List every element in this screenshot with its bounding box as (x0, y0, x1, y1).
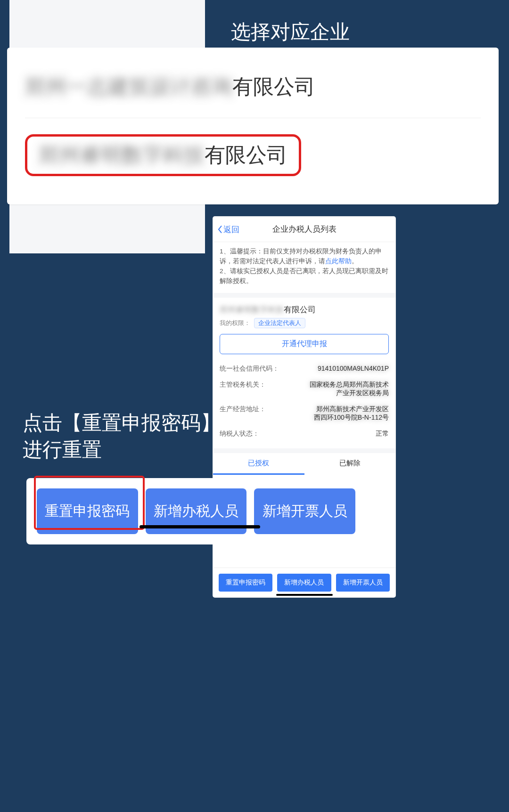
phone-header: 返回 企业办税人员列表 (213, 217, 395, 242)
phone-title: 企业办税人员列表 (272, 224, 337, 235)
permission-tag: 企业法定代表人 (254, 318, 305, 328)
company-name-blurred: 郑州睿明数字科技 (220, 305, 284, 314)
annotation-reset-password: 点击【重置申报密码】 进行重置 (23, 410, 221, 463)
tab-authorized[interactable]: 已授权 (213, 453, 304, 475)
company-name-row: 郑州睿明数字科技有限公司 (220, 304, 389, 315)
annotation-mid-line2: 进行重置 (23, 437, 221, 463)
notice-help-link[interactable]: 点此帮助 (325, 258, 352, 265)
enlarged-buttons-card: 重置申报密码 新增办税人员 新增开票人员 (26, 478, 366, 544)
credit-code-label: 统一社会信用代码： (220, 365, 279, 373)
notice-line2: 2、请核实已授权人员是否已离职，若人员现已离职需及时解除授权。 (220, 268, 388, 284)
company-list-item-1[interactable]: 郑州一志建筑设计咨询有限公司 (25, 62, 481, 118)
home-indicator-big-icon (140, 525, 260, 528)
company-2-suffix: 有限公司 (205, 143, 287, 166)
phone-add-tax-person-button[interactable]: 新增办税人员 (277, 574, 331, 592)
notice-block: 1、温馨提示：目前仅支持对办税权限为财务负责人的申诉，若需对法定代表人进行申诉，… (213, 242, 395, 298)
company-1-blurred-prefix: 郑州一志建筑设计咨询 (25, 75, 232, 98)
permission-row: 我的权限： 企业法定代表人 (220, 318, 389, 328)
tab-removed[interactable]: 已解除 (304, 453, 396, 475)
company-detail-block: 郑州睿明数字科技有限公司 我的权限： 企业法定代表人 开通代理申报 统一社会信用… (213, 298, 395, 453)
credit-code-value-blurred: 91410100MA9LN4K01P (318, 365, 389, 373)
back-label: 返回 (223, 224, 239, 235)
company-1-suffix: 有限公司 (232, 75, 315, 98)
company-name-suffix: 有限公司 (284, 305, 316, 314)
address-value-blurred: 郑州高新技术产业开发区西四环100号院B-N-112号 (314, 405, 389, 422)
address-label: 生产经营地址： (220, 405, 266, 422)
tabs: 已授权 已解除 (213, 453, 395, 475)
tax-authority-row: 主管税务机关： 国家税务总局郑州高新技术产业开发区税务局 (220, 377, 389, 401)
company-2-highlight-box: 郑州睿明数字科技有限公司 (25, 134, 301, 176)
phone-add-invoice-person-button[interactable]: 新增开票人员 (336, 574, 390, 592)
address-row: 生产经营地址： 郑州高新技术产业开发区西四环100号院B-N-112号 (220, 401, 389, 426)
status-label: 纳税人状态： (220, 430, 259, 438)
chevron-left-icon (218, 225, 222, 233)
permission-label: 我的权限： (220, 319, 250, 326)
annotation-select-company: 选择对应企业 (231, 19, 350, 45)
credit-code-row: 统一社会信用代码： 91410100MA9LN4K01P (220, 361, 389, 377)
big-reset-password-button[interactable]: 重置申报密码 (37, 488, 138, 534)
big-add-invoice-person-button[interactable]: 新增开票人员 (254, 488, 355, 534)
tax-authority-label: 主管税务机关： (220, 381, 266, 398)
tax-authority-value-blurred: 国家税务总局郑州高新技术产业开发区税务局 (310, 381, 389, 398)
phone-bottom-bar: 重置申报密码 新增办税人员 新增开票人员 (213, 568, 395, 597)
company-list-item-2[interactable]: 郑州睿明数字科技有限公司 (25, 123, 481, 187)
status-value: 正常 (376, 430, 389, 438)
company-selection-card: 郑州一志建筑设计咨询有限公司 郑州睿明数字科技有限公司 (7, 48, 499, 204)
company-2-blurred-prefix: 郑州睿明数字科技 (39, 143, 205, 166)
notice-line1-suffix: 。 (352, 258, 358, 265)
status-row: 纳税人状态： 正常 (220, 426, 389, 442)
open-proxy-button[interactable]: 开通代理申报 (220, 334, 389, 354)
home-indicator-icon (276, 594, 333, 596)
back-button[interactable]: 返回 (218, 224, 239, 235)
annotation-mid-line1: 点击【重置申报密码】 (23, 410, 221, 437)
phone-reset-password-button[interactable]: 重置申报密码 (219, 574, 272, 592)
